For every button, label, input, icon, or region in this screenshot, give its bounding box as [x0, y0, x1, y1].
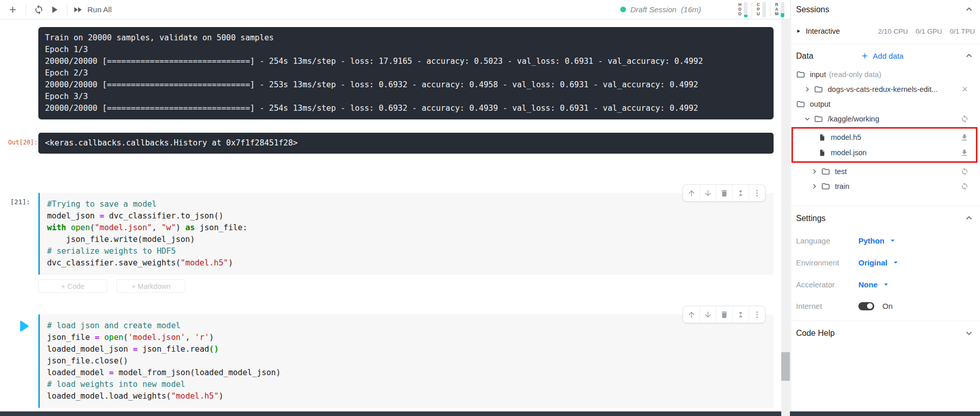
collapse-cell-button[interactable]	[732, 306, 749, 323]
add-data-label: Add data	[873, 52, 903, 60]
tree-row-working[interactable]: /kaggle/working	[796, 111, 975, 126]
tree-row-model-h5[interactable]: model.h5	[819, 130, 969, 145]
sessions-title: Sessions	[796, 5, 829, 14]
internet-label: Internet	[796, 302, 858, 310]
code-editor[interactable]: #Trying to save a modelmodel_json = dvc_…	[38, 193, 774, 275]
move-cell-down-button[interactable]	[699, 185, 716, 201]
notebook-scrollbar-thumb[interactable]	[781, 352, 790, 381]
collapse-settings-button[interactable]	[964, 213, 975, 223]
session-status[interactable]: Draft Session (16m)	[620, 5, 701, 14]
code-help-title: Code Help	[796, 329, 835, 338]
move-cell-up-button[interactable]	[683, 306, 699, 323]
settings-section: Settings Language Python Environment Ori…	[791, 206, 980, 310]
internet-toggle[interactable]	[858, 302, 874, 310]
add-markdown-cell-button[interactable]: + Markdown	[116, 279, 185, 293]
remove-dataset-button[interactable]	[961, 85, 969, 93]
file-icon	[819, 134, 826, 141]
run-cell-button[interactable]	[14, 317, 32, 335]
restart-session-button[interactable]	[31, 2, 46, 17]
tree-label: input	[810, 70, 826, 79]
tree-row-test[interactable]: test	[796, 164, 975, 179]
run-all-label: Run All	[87, 5, 112, 14]
add-data-button[interactable]: Add data	[860, 52, 903, 60]
folder-icon	[821, 182, 830, 191]
collapse-data-button[interactable]	[964, 51, 975, 61]
toggle-knob	[867, 303, 873, 309]
delete-cell-button[interactable]	[716, 306, 732, 323]
tree-row-dataset[interactable]: dogs-vs-cats-redux-kernels-edit...	[796, 82, 975, 96]
accelerator-dropdown[interactable]: None	[858, 280, 891, 289]
environment-setting-row: Environment Original	[796, 258, 975, 267]
folder-icon	[796, 70, 805, 79]
chevron-down-icon[interactable]	[803, 115, 811, 123]
right-sidebar: Sessions Interactive 2/10 CPU 0/1 GPU 0/…	[790, 0, 980, 412]
environment-label: Environment	[796, 258, 858, 267]
fast-forward-icon	[73, 5, 83, 15]
cell-menu-button[interactable]	[749, 306, 765, 323]
refresh-icon	[961, 115, 969, 123]
close-icon	[961, 85, 969, 93]
tree-label: test	[835, 167, 847, 176]
code-help-section: Code Help	[791, 321, 980, 338]
delete-cell-button[interactable]	[716, 185, 732, 201]
internet-setting-row: Internet On	[796, 302, 975, 310]
run-button[interactable]	[46, 2, 62, 17]
ram-monitor: RAM	[771, 2, 788, 17]
chevron-down-icon	[964, 328, 974, 338]
read-only-note: (read-only data)	[829, 70, 881, 79]
chevron-right-icon[interactable]	[810, 167, 819, 176]
toolbar-divider	[67, 4, 67, 15]
refresh-folder-button[interactable]	[961, 182, 969, 190]
expand-code-help-button[interactable]	[964, 328, 975, 338]
tree-row-input[interactable]: input (read-only data)	[796, 67, 975, 82]
download-model-h5-button[interactable]	[960, 133, 969, 142]
triangle-right-icon	[796, 29, 801, 34]
run-all-button[interactable]: Run All	[73, 5, 112, 15]
move-cell-down-button[interactable]	[699, 306, 716, 323]
session-resource-stats: 2/10 CPU 0/1 GPU 0/1 TPU	[878, 28, 975, 35]
notebook-main: Run All Draft Session (16m) HDD CPU RAM	[0, 0, 790, 412]
interactive-session-row[interactable]: Interactive 2/10 CPU 0/1 GPU 0/1 TPU	[796, 27, 975, 35]
collapse-icon	[736, 310, 745, 319]
refresh-folder-button[interactable]	[961, 115, 969, 123]
environment-value: Original	[858, 258, 888, 267]
toolbar-divider	[26, 4, 26, 15]
chevron-right-icon[interactable]	[810, 182, 819, 190]
language-label: Language	[796, 236, 858, 245]
code-editor[interactable]: # load json and create modeljson_file = …	[38, 314, 774, 408]
tree-label: /kaggle/working	[828, 115, 879, 123]
collapse-sessions-button[interactable]	[964, 5, 975, 14]
add-code-cell-button[interactable]: + Code	[38, 279, 107, 293]
notebook-scroll-area: Train on 20000 samples, validate on 5000…	[0, 19, 790, 408]
notebook-scrollbar-track[interactable]	[781, 19, 790, 416]
cell-menu-button[interactable]	[749, 185, 765, 201]
tree-row-model-json[interactable]: model.json	[819, 145, 969, 160]
tree-row-output[interactable]: output	[796, 96, 975, 111]
add-cell-button[interactable]	[5, 2, 20, 17]
chevron-up-icon	[964, 213, 974, 223]
collapse-cell-button[interactable]	[732, 185, 749, 201]
refresh-folder-button[interactable]	[961, 167, 969, 176]
cpu-usage-bar	[762, 2, 766, 17]
collapse-icon	[736, 189, 745, 198]
session-label: Draft Session	[631, 5, 676, 14]
plus-icon	[860, 52, 869, 60]
cell-toolbar	[683, 184, 765, 202]
bottom-console-bar[interactable]	[0, 411, 980, 416]
download-model-json-button[interactable]	[960, 149, 969, 157]
environment-dropdown[interactable]: Original	[858, 258, 900, 267]
play-icon	[14, 317, 32, 335]
data-file-tree: input (read-only data) dogs-vs-cats-redu…	[796, 67, 975, 193]
arrow-down-icon	[704, 310, 712, 319]
settings-title: Settings	[796, 214, 826, 223]
chevron-right-icon[interactable]	[803, 85, 811, 93]
tree-row-train[interactable]: train	[796, 179, 975, 193]
caret-down-icon	[881, 280, 891, 289]
notebook-toolbar: Run All Draft Session (16m) HDD CPU RAM	[0, 0, 790, 19]
language-dropdown[interactable]: Python	[858, 236, 897, 245]
cpu-quota: 2/10 CPU	[878, 28, 908, 35]
folder-icon	[796, 100, 805, 109]
cpu-label: CPU	[756, 3, 760, 16]
data-section: Data Add data input (read-only data) dog…	[791, 44, 980, 193]
move-cell-up-button[interactable]	[683, 185, 699, 201]
